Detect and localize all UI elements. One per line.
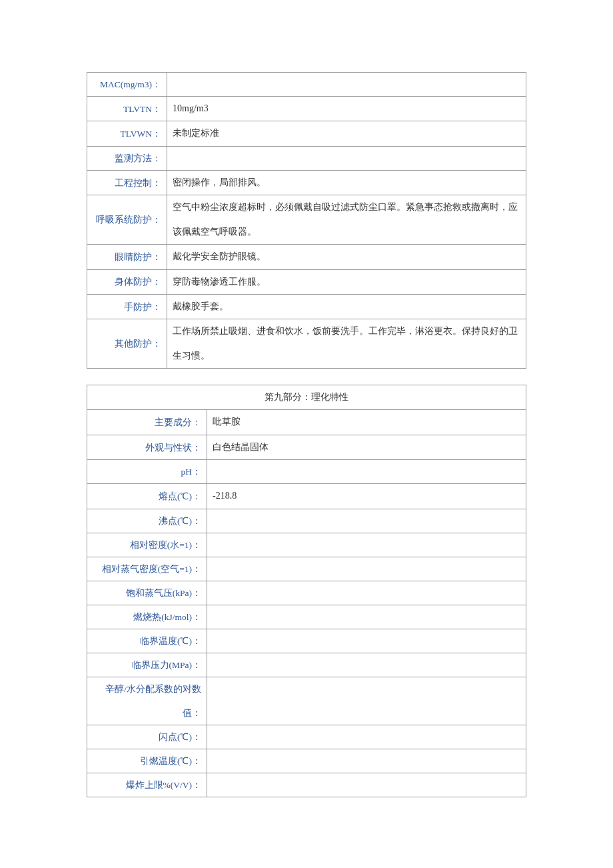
row-label: MAC(mg/m3)：: [87, 73, 167, 97]
row-label: 主要成分：: [87, 410, 207, 435]
table-row: 手防护： 戴橡胶手套。: [87, 294, 526, 319]
row-value: 白色结晶固体: [207, 435, 526, 459]
spacer: [87, 369, 526, 385]
row-value: -218.8: [207, 484, 526, 509]
row-value: [207, 773, 526, 797]
table-row: 爆炸上限%(V/V)：: [87, 773, 526, 797]
row-label: 相对密度(水=1)：: [87, 533, 207, 557]
row-label: 相对蒸气密度(空气=1)：: [87, 557, 207, 581]
row-value: 工作场所禁止吸烟、进食和饮水，饭前要洗手。工作完毕，淋浴更衣。保持良好的卫生习惯…: [167, 319, 526, 369]
row-value: [207, 533, 526, 557]
row-value: [207, 581, 526, 605]
table-row: 相对蒸气密度(空气=1)：: [87, 557, 526, 581]
row-label: 临界温度(℃)：: [87, 629, 207, 653]
table-row: 饱和蒸气压(kPa)：: [87, 581, 526, 605]
row-label: TLVTN：: [87, 97, 167, 121]
table-row: 熔点(℃)： -218.8: [87, 484, 526, 509]
table-row: 呼吸系统防护： 空气中粉尘浓度超标时，必须佩戴自吸过滤式防尘口罩。紧急事态抢救或…: [87, 195, 526, 245]
table-row: 外观与性状： 白色结晶固体: [87, 435, 526, 459]
row-label: 临界压力(MPa)：: [87, 653, 207, 677]
table-row: 辛醇/水分配系数的对数值：: [87, 677, 526, 725]
row-label: 其他防护：: [87, 319, 167, 369]
row-label: 监测方法：: [87, 146, 167, 170]
table-row: 工程控制： 密闭操作，局部排风。: [87, 170, 526, 195]
row-value: 空气中粉尘浓度超标时，必须佩戴自吸过滤式防尘口罩。紧急事态抢救或撤离时，应该佩戴…: [167, 195, 526, 245]
row-value: [167, 73, 526, 97]
table-row: MAC(mg/m3)：: [87, 73, 526, 97]
row-label: 熔点(℃)：: [87, 484, 207, 509]
table-row: 临界温度(℃)：: [87, 629, 526, 653]
row-value: [167, 146, 526, 170]
row-label: 沸点(℃)：: [87, 509, 207, 533]
physicochemical-table: 第九部分：理化特性 主要成分： 吡草胺 外观与性状： 白色结晶固体 pH： 熔点…: [87, 385, 526, 797]
row-value: [207, 725, 526, 749]
table-row: 眼睛防护： 戴化学安全防护眼镜。: [87, 245, 526, 269]
row-label: 呼吸系统防护：: [87, 195, 167, 245]
document-page: MAC(mg/m3)： TLVTN： 10mg/m3 TLVWN： 未制定标准 …: [0, 0, 613, 851]
protection-table: MAC(mg/m3)： TLVTN： 10mg/m3 TLVWN： 未制定标准 …: [87, 72, 526, 369]
table-row: 沸点(℃)：: [87, 509, 526, 533]
row-value: 戴化学安全防护眼镜。: [167, 245, 526, 269]
table-row: TLVWN： 未制定标准: [87, 121, 526, 146]
row-label: 爆炸上限%(V/V)：: [87, 773, 207, 797]
table-row: 监测方法：: [87, 146, 526, 170]
row-value: [207, 677, 526, 725]
row-label: 身体防护：: [87, 269, 167, 294]
table-row: TLVTN： 10mg/m3: [87, 97, 526, 121]
row-label: 辛醇/水分配系数的对数值：: [87, 677, 207, 725]
row-value: [207, 557, 526, 581]
row-label: 引燃温度(℃)：: [87, 749, 207, 773]
row-value: 密闭操作，局部排风。: [167, 170, 526, 195]
table-row: 身体防护： 穿防毒物渗透工作服。: [87, 269, 526, 294]
section-header-row: 第九部分：理化特性: [87, 385, 526, 410]
row-value: [207, 460, 526, 484]
row-value: [207, 605, 526, 629]
row-label: 工程控制：: [87, 170, 167, 195]
row-value: 10mg/m3: [167, 97, 526, 121]
table-row: 其他防护： 工作场所禁止吸烟、进食和饮水，饭前要洗手。工作完毕，淋浴更衣。保持良…: [87, 319, 526, 369]
row-label: TLVWN：: [87, 121, 167, 146]
row-label: 饱和蒸气压(kPa)：: [87, 581, 207, 605]
row-value: 穿防毒物渗透工作服。: [167, 269, 526, 294]
row-value: [207, 653, 526, 677]
row-value: 未制定标准: [167, 121, 526, 146]
section-header: 第九部分：理化特性: [87, 385, 526, 410]
row-label: pH：: [87, 460, 207, 484]
table-row: 闪点(℃)：: [87, 725, 526, 749]
row-label: 闪点(℃)：: [87, 725, 207, 749]
row-label: 手防护：: [87, 294, 167, 319]
row-label: 外观与性状：: [87, 435, 207, 459]
row-value: [207, 629, 526, 653]
table-row: 燃烧热(kJ/mol)：: [87, 605, 526, 629]
row-value: 吡草胺: [207, 410, 526, 435]
row-label: 眼睛防护：: [87, 245, 167, 269]
table-row: 临界压力(MPa)：: [87, 653, 526, 677]
row-label: 燃烧热(kJ/mol)：: [87, 605, 207, 629]
row-value: [207, 509, 526, 533]
table-row: 主要成分： 吡草胺: [87, 410, 526, 435]
table-row: 引燃温度(℃)：: [87, 749, 526, 773]
table-row: 相对密度(水=1)：: [87, 533, 526, 557]
row-value: 戴橡胶手套。: [167, 294, 526, 319]
table-row: pH：: [87, 460, 526, 484]
row-value: [207, 749, 526, 773]
